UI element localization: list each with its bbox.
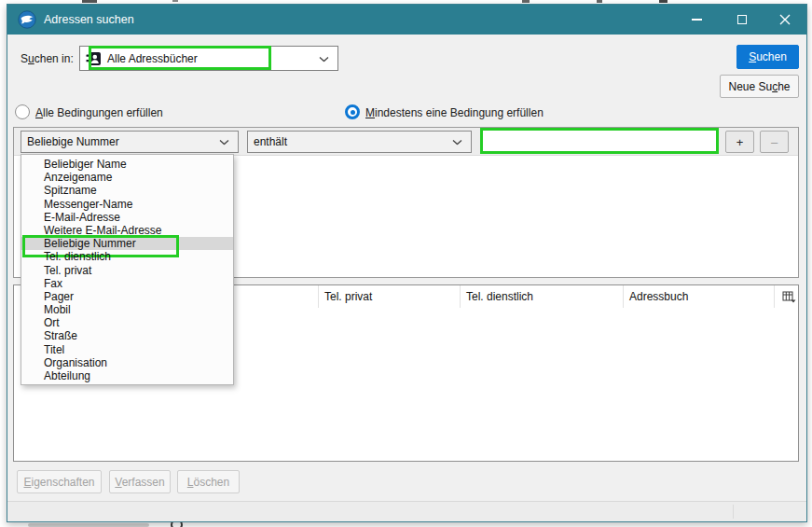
field-menu-item[interactable]: Pager — [21, 290, 233, 303]
operator-dropdown[interactable]: enthält — [247, 131, 472, 153]
field-menu-item[interactable]: E-Mail-Adresse — [21, 211, 233, 224]
properties-button[interactable]: Eigenschaften — [17, 470, 102, 493]
search-button[interactable]: Suchen — [736, 45, 799, 69]
background-artifact — [522, 0, 530, 3]
background-artifact — [659, 0, 667, 3]
add-condition-button[interactable]: + — [725, 131, 754, 153]
maximize-icon — [737, 15, 747, 24]
minimize-icon — [692, 19, 702, 21]
search-in-label: Suchen in: — [21, 52, 74, 65]
radio-all-label[interactable]: Alle Bedingungen erfüllen — [35, 106, 163, 119]
condition-value-input[interactable] — [480, 128, 719, 154]
search-addresses-dialog: Adressen suchen Suchen in: Alle Adressbü… — [7, 4, 807, 522]
field-menu-item[interactable]: Titel — [21, 343, 233, 356]
field-menu-item[interactable]: Messenger-Name — [21, 198, 233, 211]
background-artifact — [28, 523, 149, 527]
radio-all-conditions[interactable] — [15, 104, 30, 119]
background-artifact — [82, 0, 97, 3]
chevron-down-icon — [219, 140, 229, 146]
delete-button[interactable]: Löschen — [177, 470, 240, 493]
statusbar — [7, 501, 806, 521]
field-menu-item[interactable]: Ort — [21, 316, 233, 329]
address-book-icon — [86, 51, 102, 66]
operator-dropdown-value: enthält — [254, 135, 287, 148]
maximize-button[interactable] — [721, 5, 764, 35]
field-menu-item[interactable]: Weitere E-Mail-Adresse — [21, 224, 233, 237]
minimize-button[interactable] — [675, 5, 718, 35]
field-dropdown[interactable]: Beliebige Nummer — [21, 131, 239, 153]
column-picker-icon — [782, 291, 796, 303]
field-menu-item[interactable]: Spitzname — [21, 184, 233, 197]
column-header[interactable]: Adressbuch — [624, 285, 775, 308]
field-menu-item[interactable]: Anzeigename — [21, 171, 233, 184]
field-menu-item[interactable]: Abteilung — [21, 369, 233, 382]
chevron-down-icon — [319, 56, 329, 62]
chevron-down-icon — [452, 140, 462, 146]
field-menu-item[interactable]: Organisation — [21, 356, 233, 369]
search-in-dropdown[interactable]: Alle Adressbücher — [79, 46, 338, 71]
search-in-value: Alle Adressbücher — [107, 52, 198, 65]
field-menu-item[interactable]: Straße — [21, 329, 233, 342]
remove-condition-button[interactable]: – — [760, 131, 789, 153]
column-header[interactable]: Tel. dienstlich — [461, 285, 624, 308]
background-artifact — [597, 0, 602, 3]
titlebar[interactable]: Adressen suchen — [7, 5, 806, 35]
statusbar-separator — [733, 505, 734, 519]
field-menu-item[interactable]: Beliebiger Name — [21, 158, 233, 171]
column-header[interactable]: Tel. privat — [319, 285, 461, 308]
new-search-button[interactable]: Neue Suche — [720, 75, 799, 98]
field-menu-item[interactable]: Fax — [21, 277, 233, 290]
column-picker-button[interactable] — [775, 285, 798, 308]
field-menu-item[interactable]: Tel. privat — [21, 264, 233, 277]
field-dropdown-value: Beliebige Nummer — [27, 135, 119, 148]
radio-any-condition[interactable] — [345, 104, 360, 119]
screen: Adressen suchen Suchen in: Alle Adressbü… — [0, 0, 812, 527]
window-title: Adressen suchen — [44, 5, 134, 35]
field-menu-item[interactable]: Tel. dienstlich — [21, 250, 233, 263]
radio-any-label[interactable]: Mindestens eine Bedingung erfüllen — [365, 106, 544, 119]
background-artifact — [172, 0, 178, 2]
field-menu-item[interactable]: Mobil — [21, 303, 233, 316]
field-menu-item[interactable]: Beliebige Nummer — [21, 237, 233, 250]
close-button[interactable] — [764, 5, 806, 35]
thunderbird-icon — [18, 10, 36, 29]
close-icon — [779, 14, 791, 25]
field-dropdown-menu: Beliebiger Name Anzeigename Spitzname Me… — [21, 154, 234, 385]
compose-button[interactable]: Verfassen — [109, 470, 171, 493]
